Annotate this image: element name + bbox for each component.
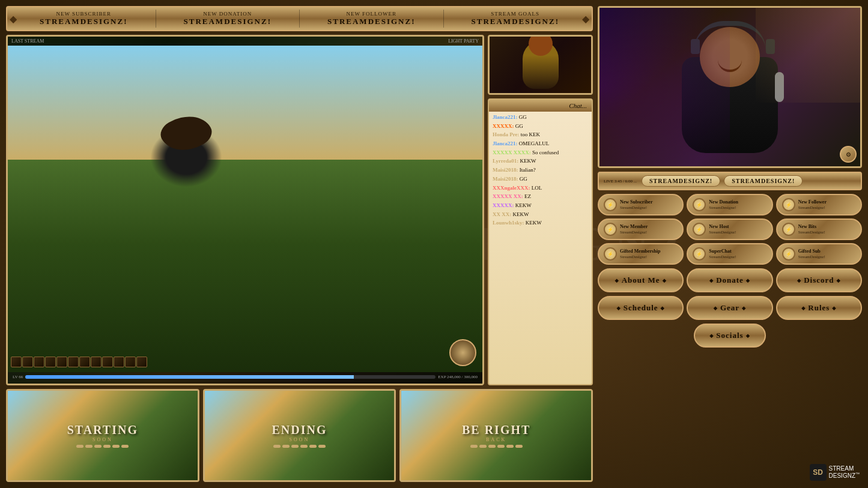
alert-text-member: New Member StreamDesignz! bbox=[620, 224, 648, 235]
action-slot bbox=[22, 357, 33, 367]
discord-button[interactable]: Discord bbox=[776, 268, 862, 292]
game-bottom-ui: LV 66 EXP 248,000 / 300,000 bbox=[8, 372, 482, 384]
alert-coin-bits: ⚡ bbox=[782, 223, 795, 236]
alert-coin-gifted-sub: ⚡ bbox=[782, 247, 795, 261]
exp-fill bbox=[25, 375, 353, 379]
panel-mini-btn bbox=[479, 445, 487, 448]
alert-card-host[interactable]: ⚡ New Host StreamDesignz! bbox=[687, 218, 772, 240]
alert-sub-bits: StreamDesignz! bbox=[798, 230, 825, 235]
stats-badges: STREAMDESIGNZ! STREAMDESIGNZ! bbox=[642, 175, 856, 187]
panel-starting-title: STARTING bbox=[67, 423, 138, 437]
alert-title-subscriber: New Subscriber bbox=[620, 199, 652, 205]
game-placeholder: LAST STREAM LIGHT PARTY bbox=[8, 37, 482, 384]
webcam-small-placeholder bbox=[490, 37, 591, 93]
sd-logo: SD STREAM DESIGNZ™ bbox=[810, 464, 860, 481]
rules-button[interactable]: Rules bbox=[776, 296, 862, 320]
schedule-label: Schedule bbox=[624, 303, 658, 313]
alert-title-member: New Member bbox=[620, 224, 648, 230]
alert-text-host: New Host StreamDesignz! bbox=[709, 224, 736, 235]
panel-starting-btns bbox=[76, 445, 129, 448]
alert-card-donation[interactable]: ⚡ New Donation StreamDesignz! bbox=[687, 194, 772, 215]
panel-starting: STARTING SOON bbox=[6, 389, 199, 482]
main-content-area: LAST STREAM LIGHT PARTY bbox=[6, 35, 593, 385]
action-slot bbox=[102, 357, 113, 367]
donate-label: Donate bbox=[716, 276, 744, 285]
alerts-grid: ⚡ New Subscriber StreamDesignz! ⚡ New Do… bbox=[598, 194, 862, 265]
panel-mini-btn bbox=[103, 445, 111, 448]
panel-ending-subtitle: SOON bbox=[290, 437, 310, 442]
action-slot bbox=[125, 357, 136, 367]
chat-message: Jlanca221: OMEGALUL bbox=[493, 140, 588, 148]
heart-button-1[interactable]: ♥ bbox=[169, 384, 321, 385]
sd-line2: DESIGNZ™ bbox=[829, 472, 860, 479]
exp-value: EXP 248,000 / 300,000 bbox=[438, 375, 478, 379]
alert-card-subscriber[interactable]: ⚡ New Subscriber StreamDesignz! bbox=[598, 194, 684, 215]
sd-line1: STREAM bbox=[829, 465, 860, 472]
chat-message: Jlanca221: GG bbox=[493, 114, 588, 121]
alert-title-superchat: SuperChat bbox=[709, 249, 736, 255]
dollar-button[interactable]: $ bbox=[13, 384, 165, 385]
chat-message: XXXXX XXXX: So confused bbox=[493, 149, 588, 157]
stats-bar: LIVE 3:45 / 6:00 ... STREAMDESIGNZ! STRE… bbox=[598, 172, 862, 190]
alert-text-gifted-membership: Gifted Membership StreamDesignz! bbox=[620, 249, 660, 259]
action-slot-row-1 bbox=[11, 357, 147, 367]
nav-row-1: About Me Donate Discord bbox=[598, 268, 862, 292]
panel-brb-title: BE RIGHT bbox=[462, 423, 530, 437]
alert-title-gifted-sub: Gifted Sub bbox=[798, 249, 825, 255]
ticker-label-subscriber: New Subscriber bbox=[12, 11, 156, 17]
chat-box: Chat... Jlanca221: GGXXXXX: GGHonda Pre:… bbox=[488, 98, 593, 385]
stats-info: LIVE 3:45 / 6:00 ... bbox=[604, 179, 637, 184]
webcam-large: ⚙ bbox=[598, 6, 862, 168]
panel-ending: ENDING SOON bbox=[203, 389, 396, 482]
alert-card-gifted-membership[interactable]: ⚡ Gifted Membership StreamDesignz! bbox=[598, 243, 684, 265]
exp-bar bbox=[25, 375, 436, 379]
streamer-small-head bbox=[529, 35, 553, 56]
ticker-section-donation: New Donation STREAMDESIGNZ! bbox=[156, 11, 300, 26]
panel-ending-btns bbox=[273, 445, 326, 448]
chat-message: XX XX: KEKW bbox=[493, 211, 588, 218]
chat-message: Lounwh1sky: KEKW bbox=[493, 220, 588, 227]
alert-coin-donation: ⚡ bbox=[693, 198, 706, 211]
ticker-label-donation: New Donation bbox=[156, 11, 300, 17]
action-slot bbox=[56, 357, 67, 367]
schedule-button[interactable]: Schedule bbox=[598, 296, 684, 320]
left-column: New Subscriber STREAMDESIGNZ! New Donati… bbox=[6, 6, 593, 482]
ticker-section-subscriber: New Subscriber STREAMDESIGNZ! bbox=[12, 11, 156, 26]
alert-card-bits[interactable]: ⚡ New Bits StreamDesignz! bbox=[776, 218, 862, 240]
socials-button[interactable]: Socials bbox=[694, 324, 766, 348]
alert-sub-follower: StreamDesignz! bbox=[798, 205, 827, 210]
sd-brand-text: STREAM DESIGNZ™ bbox=[829, 465, 860, 479]
about-me-button[interactable]: About Me bbox=[598, 268, 684, 292]
alert-sub-gifted-sub: StreamDesignz! bbox=[798, 255, 825, 259]
microphone-right bbox=[775, 72, 784, 102]
alert-card-member[interactable]: ⚡ New Member StreamDesignz! bbox=[598, 218, 684, 240]
streamer-figure bbox=[670, 21, 790, 153]
alert-text-follower: New Follower StreamDesignz! bbox=[798, 199, 827, 210]
action-slot bbox=[91, 357, 102, 367]
socials-label: Socials bbox=[716, 331, 743, 340]
alert-text-superchat: SuperChat StreamDesignz! bbox=[709, 249, 736, 259]
game-scene bbox=[8, 46, 482, 372]
webcam-corner-button[interactable]: ⚙ bbox=[840, 146, 857, 163]
chat-message: XXXngaleXXX: LOL bbox=[493, 185, 588, 192]
alert-card-superchat[interactable]: ⚡ SuperChat StreamDesignz! bbox=[687, 243, 772, 265]
action-slot bbox=[11, 357, 22, 367]
headphone-right bbox=[766, 39, 775, 54]
alert-card-gifted-sub[interactable]: ⚡ Gifted Sub StreamDesignz! bbox=[776, 243, 862, 265]
gear-button[interactable]: Gear bbox=[687, 296, 772, 320]
panel-mini-btn bbox=[470, 445, 478, 448]
donate-button[interactable]: Donate bbox=[687, 268, 772, 292]
alert-text-donation: New Donation StreamDesignz! bbox=[709, 199, 738, 210]
game-top-bar: LAST STREAM LIGHT PARTY bbox=[8, 37, 482, 46]
alert-card-follower[interactable]: ⚡ New Follower StreamDesignz! bbox=[776, 194, 862, 215]
heart-button-2[interactable]: ♥ bbox=[325, 384, 478, 385]
chat-message: XXXXX: KEKW bbox=[493, 202, 588, 209]
action-slot bbox=[45, 357, 56, 367]
game-sky bbox=[8, 46, 482, 176]
alert-text-bits: New Bits StreamDesignz! bbox=[798, 224, 825, 235]
panel-mini-btn bbox=[300, 445, 308, 448]
ticker-value-donation: STREAMDESIGNZ! bbox=[156, 17, 300, 26]
alert-sub-donation: StreamDesignz! bbox=[709, 205, 738, 210]
alert-text-subscriber: New Subscriber StreamDesignz! bbox=[620, 199, 652, 210]
game-label: LAST STREAM bbox=[11, 38, 44, 44]
